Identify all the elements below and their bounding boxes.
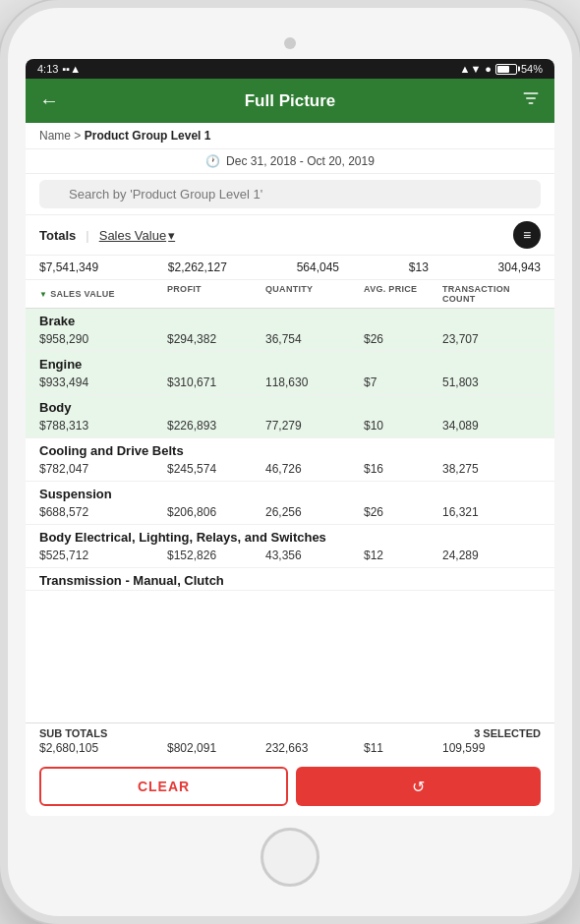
table-row[interactable]: Body Electrical, Lighting, Relays, and S… — [26, 525, 554, 568]
table-row[interactable]: Transmission - Manual, Clutch — [26, 568, 554, 591]
total-profit: $2,262,127 — [168, 260, 227, 274]
sub-quantity: 232,663 — [265, 741, 364, 755]
sort-button[interactable]: Sales Value ▾ — [99, 228, 175, 243]
subtotals-selected: 3 SELECTED — [474, 727, 541, 739]
totals-left: Totals | Sales Value ▾ — [39, 228, 175, 243]
total-quantity: 564,045 — [297, 260, 339, 274]
total-sales-value: $7,541,349 — [39, 260, 98, 274]
group-values: $782,047$245,57446,726$1638,275 — [26, 460, 554, 481]
filter-button[interactable]: path{stroke:white;stroke-width:2;stroke-… — [521, 88, 541, 113]
group-values: $688,572$206,80626,256$2616,321 — [26, 503, 554, 524]
total-avg-price: $13 — [409, 260, 429, 274]
screen: 4:13 ▪▪▲ ▲▼ ● 54% ← Full Picture path{st… — [26, 59, 554, 816]
sub-avg-price: $11 — [364, 741, 442, 755]
search-row: 🔍 — [26, 174, 554, 215]
th-sales-value: ▼ SALES VALUE — [39, 284, 167, 304]
group-values: $525,712$152,82643,356$1224,289 — [26, 547, 554, 567]
header: ← Full Picture path{stroke:white;stroke-… — [26, 79, 554, 123]
search-wrapper: 🔍 — [39, 180, 541, 208]
table-row[interactable]: Suspension$688,572$206,80626,256$2616,32… — [26, 482, 554, 525]
wifi-icon: ● — [485, 63, 492, 75]
status-bar: 4:13 ▪▪▲ ▲▼ ● 54% — [26, 59, 554, 79]
group-name: Body — [26, 395, 554, 417]
breadcrumb-prefix: Name > — [39, 129, 81, 143]
table-body: Brake$958,290$294,38236,754$2623,707Engi… — [26, 309, 554, 722]
total-transaction-count: 304,943 — [498, 260, 541, 274]
subtotals-values: $2,680,105 $802,091 232,663 $11 109,599 — [26, 741, 554, 761]
subtotals-row: SUB TOTALS 3 SELECTED — [26, 723, 554, 741]
table-row[interactable]: Cooling and Drive Belts$782,047$245,5744… — [26, 438, 554, 482]
camera-dot — [284, 37, 296, 49]
status-left: 4:13 ▪▪▲ — [37, 63, 81, 75]
sub-transaction-count: 109,599 — [442, 741, 541, 755]
group-name: Brake — [26, 309, 554, 330]
group-name: Body Electrical, Lighting, Relays, and S… — [26, 525, 554, 547]
action-buttons: CLEAR ↺ — [26, 761, 554, 816]
group-values: $788,313$226,89377,279$1034,089 — [26, 417, 554, 437]
chevron-down-icon: ▾ — [168, 228, 175, 243]
th-quantity: QUANTITY — [265, 284, 364, 304]
device-frame: > > > 4:13 ▪▪▲ ▲▼ ● 54% ← Full Picture — [0, 0, 580, 924]
search-input[interactable] — [39, 180, 541, 208]
totals-row: Totals | Sales Value ▾ ≡ — [26, 215, 554, 256]
clock-icon: 🕐 — [205, 154, 220, 168]
menu-icon: ≡ — [523, 227, 531, 243]
table-header: ▼ SALES VALUE PROFIT QUANTITY AVG. PRICE… — [26, 280, 554, 309]
menu-button[interactable]: ≡ — [513, 221, 541, 249]
clear-button[interactable]: CLEAR — [39, 767, 288, 806]
sub-sales-value: $2,680,105 — [39, 741, 167, 755]
date-range-value: Dec 31, 2018 - Oct 20, 2019 — [226, 154, 375, 168]
breadcrumb-current: Product Group Level 1 — [85, 129, 211, 143]
group-name: Transmission - Manual, Clutch — [26, 568, 554, 590]
group-name: Cooling and Drive Belts — [26, 438, 554, 460]
breadcrumb: Name > Product Group Level 1 — [26, 123, 554, 149]
date-range: 🕐 Dec 31, 2018 - Oct 20, 2019 — [26, 149, 554, 174]
device-top — [26, 37, 554, 49]
group-name: Engine — [26, 352, 554, 374]
table-row[interactable]: Brake$958,290$294,38236,754$2623,707 — [26, 309, 554, 352]
status-right: ▲▼ ● 54% — [460, 63, 543, 75]
subtotals-label: SUB TOTALS — [39, 727, 107, 739]
group-name: Suspension — [26, 482, 554, 503]
summary-numbers: $7,541,349 $2,262,127 564,045 $13 304,94… — [26, 256, 554, 280]
sub-profit: $802,091 — [167, 741, 265, 755]
action-button[interactable]: ↺ — [296, 767, 541, 806]
th-avg-price: AVG. PRICE — [364, 284, 442, 304]
signal-icon: ▲▼ — [460, 63, 482, 75]
group-values: $933,494$310,671118,630$751,803 — [26, 374, 554, 394]
sort-label: Sales Value — [99, 228, 166, 243]
refresh-icon: ↺ — [412, 778, 425, 796]
status-icons: ▪▪▲ — [62, 63, 81, 75]
divider: | — [86, 228, 88, 243]
th-transaction-count: TRANSACTIONCOUNT — [442, 284, 541, 304]
table-row[interactable]: Body$788,313$226,89377,279$1034,089 — [26, 395, 554, 438]
table-row[interactable]: Engine$933,494$310,671118,630$751,803 — [26, 352, 554, 395]
home-button[interactable] — [261, 828, 319, 887]
sort-arrow-icon: ▼ — [39, 290, 47, 299]
back-button[interactable]: ← — [39, 89, 59, 112]
time: 4:13 — [37, 63, 58, 75]
battery-icon — [495, 64, 517, 75]
totals-label: Totals — [39, 228, 76, 243]
battery-text: 54% — [521, 63, 543, 75]
page-title: Full Picture — [245, 91, 336, 111]
bottom-bar: SUB TOTALS 3 SELECTED $2,680,105 $802,09… — [26, 722, 554, 816]
th-profit: PROFIT — [167, 284, 265, 304]
group-values: $958,290$294,38236,754$2623,707 — [26, 330, 554, 351]
